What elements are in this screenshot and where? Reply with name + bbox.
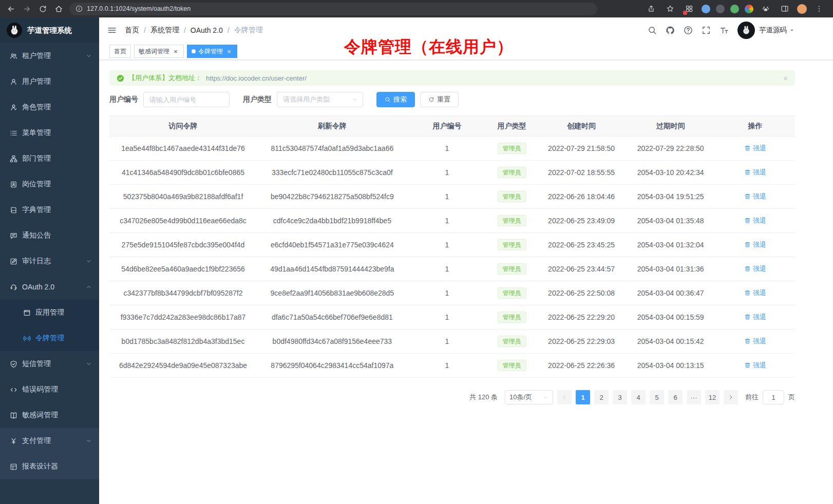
table-body: 1ea5e44f8bc1467aaede43144f31de76811c5304… — [109, 137, 795, 378]
force-logout-button[interactable]: 强退 — [744, 288, 766, 298]
sidebar-item[interactable]: 短信管理 — [0, 351, 99, 377]
sidebar-item[interactable]: 错误码管理 — [0, 377, 99, 402]
search-button[interactable]: 搜索 — [376, 92, 415, 107]
prev-page-button[interactable] — [557, 390, 572, 404]
sidebar-item[interactable]: 敏感词管理 — [0, 402, 99, 428]
force-logout-button[interactable]: 强退 — [744, 337, 766, 346]
page-size-select[interactable]: 10条/页 — [505, 390, 553, 404]
page-size-value: 10条/页 — [509, 393, 532, 402]
sidebar-item[interactable]: 角色管理 — [0, 94, 99, 120]
force-logout-button[interactable]: 强退 — [744, 168, 766, 177]
back-arrow-button[interactable] — [4, 2, 17, 15]
site-info-icon[interactable] — [75, 5, 83, 12]
force-logout-label: 强退 — [753, 313, 766, 322]
cell-user-id: 1 — [408, 281, 487, 305]
tab-close-icon[interactable]: × — [172, 48, 179, 55]
search-icon[interactable] — [648, 26, 657, 35]
sidebar-item[interactable]: 审计日志 — [0, 248, 99, 274]
trash-icon — [744, 193, 751, 200]
page-button[interactable]: 2 — [594, 390, 609, 404]
chevron-down-icon — [86, 361, 92, 367]
tab-active[interactable]: 令牌管理× — [187, 45, 237, 58]
sidebar-item[interactable]: 支付管理 — [0, 428, 99, 454]
sidebar-item[interactable]: 菜单管理 — [0, 120, 99, 146]
user-type-tag: 管理员 — [498, 239, 526, 250]
cell-access-token: 6d842e2924594de9a09e45e087323abe — [109, 354, 257, 378]
trash-icon — [744, 314, 751, 320]
github-icon — [666, 26, 675, 35]
breadcrumb-item[interactable]: 系统管理 — [150, 26, 179, 35]
user-name[interactable]: 芋道源码 — [759, 26, 787, 35]
force-logout-button[interactable]: 强退 — [744, 240, 766, 249]
profile-avatar[interactable] — [797, 4, 807, 14]
caret-down-icon[interactable] — [789, 27, 795, 33]
tab-item[interactable]: 敏感词管理× — [134, 45, 184, 58]
breadcrumb-item[interactable]: OAuth 2.0 — [191, 26, 223, 34]
force-logout-label: 强退 — [753, 337, 766, 346]
sidebar-item[interactable]: 应用管理 — [0, 300, 99, 325]
extension-green-icon[interactable] — [730, 5, 739, 13]
browser-menu-icon[interactable] — [812, 2, 826, 15]
breadcrumb-item[interactable]: 首页 — [125, 26, 139, 35]
sidebar-item[interactable]: 通知公告 — [0, 223, 99, 248]
address-bar[interactable]: 127.0.0.1:1024/system/oauth2/token — [69, 3, 597, 15]
share-icon[interactable] — [645, 2, 658, 15]
user-avatar[interactable] — [737, 22, 755, 39]
user-type-select[interactable]: 请选择用户类型 — [277, 92, 363, 107]
bookmark-star-icon[interactable] — [664, 2, 677, 15]
page-button[interactable]: 6 — [668, 390, 683, 404]
pagination-ellipsis[interactable]: ··· — [687, 390, 701, 404]
sidebar-item[interactable]: 租户管理 — [0, 43, 99, 69]
goto-label: 前往 — [745, 393, 759, 402]
sidebar-item[interactable]: OAuth 2.0 — [0, 274, 99, 300]
sidebar-item-active[interactable]: 令牌管理 — [0, 325, 99, 351]
extension-dark-icon[interactable] — [716, 5, 725, 13]
hamburger-icon[interactable] — [107, 26, 117, 35]
alert-doc-link[interactable]: https://doc.iocoder.cn/user-center/ — [206, 74, 307, 82]
user-id-input[interactable] — [143, 92, 230, 107]
page-button[interactable]: 1 — [576, 390, 590, 404]
force-logout-button[interactable]: 强退 — [744, 264, 766, 274]
force-logout-button[interactable]: 强退 — [744, 313, 766, 322]
question-icon[interactable] — [684, 26, 693, 35]
side-panel-icon[interactable] — [778, 2, 791, 15]
page-button[interactable]: 4 — [631, 390, 646, 404]
force-logout-button[interactable]: 强退 — [744, 192, 766, 201]
alert-close-icon[interactable]: × — [783, 74, 788, 83]
user-type-tag: 管理员 — [498, 360, 526, 371]
cell-expire-time: 2054-03-04 00:15:42 — [626, 329, 715, 354]
cell-action: 强退 — [715, 257, 795, 281]
extension-blue-icon[interactable] — [702, 5, 710, 13]
goto-page-input[interactable] — [763, 390, 784, 404]
table-row: f9336e7c7dd242a283ee98dc86b17a87dfa6c71a… — [109, 305, 795, 329]
app-logo[interactable]: 芋道管理系统 — [0, 17, 99, 43]
share-icon — [647, 5, 655, 13]
force-logout-button[interactable]: 强退 — [744, 144, 766, 153]
cell-user-type: 管理员 — [486, 329, 537, 354]
sidebar-item[interactable]: 用户管理 — [0, 69, 99, 94]
forward-arrow-button[interactable] — [20, 2, 33, 15]
tab-close-icon[interactable]: × — [225, 48, 233, 55]
refresh-button[interactable] — [36, 2, 49, 15]
next-page-button[interactable] — [724, 390, 738, 404]
page-button[interactable]: 5 — [650, 390, 664, 404]
home-button[interactable] — [52, 2, 65, 15]
tab-item[interactable]: 首页 — [109, 45, 131, 58]
extension-grid-icon[interactable] — [683, 2, 696, 15]
extension-paw-icon[interactable] — [759, 2, 772, 15]
cell-action: 强退 — [715, 185, 795, 209]
reset-button[interactable]: 重置 — [420, 92, 459, 107]
github-icon[interactable] — [666, 26, 675, 35]
fullscreen-icon[interactable] — [702, 26, 711, 35]
sidebar-item[interactable]: 岗位管理 — [0, 171, 99, 197]
extension-color-icon[interactable] — [745, 5, 753, 13]
font-size-icon[interactable] — [720, 26, 729, 35]
page-button[interactable]: 12 — [705, 390, 720, 404]
page-button[interactable]: 3 — [613, 390, 627, 404]
force-logout-button[interactable]: 强退 — [744, 361, 766, 370]
sidebar-item[interactable]: 字典管理 — [0, 197, 99, 223]
chevron-down-icon — [86, 361, 92, 367]
sidebar-item[interactable]: 报表设计器 — [0, 454, 99, 479]
sidebar-item[interactable]: 部门管理 — [0, 146, 99, 171]
force-logout-button[interactable]: 强退 — [744, 216, 766, 225]
